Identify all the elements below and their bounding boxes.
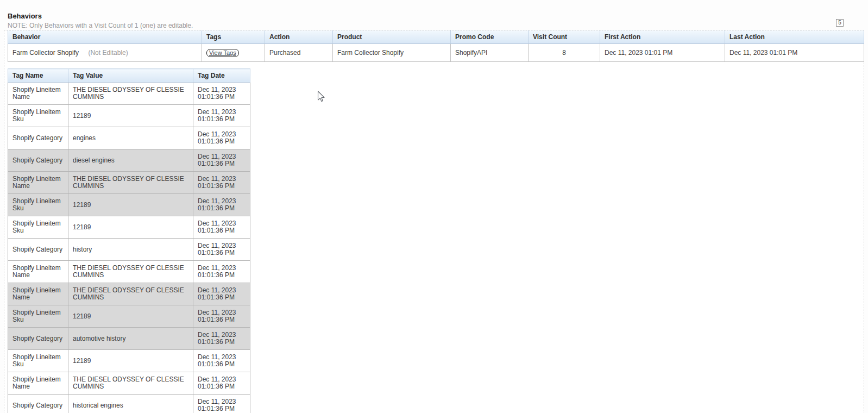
tags-cell: View Tags	[202, 44, 265, 62]
tag-date-cell: Dec 11, 2023 01:01:36 PM	[193, 149, 250, 172]
tag-row: Shopify Lineitem Name THE DIESEL ODYSSEY…	[8, 83, 250, 105]
tag-date-cell: Dec 11, 2023 01:01:36 PM	[193, 328, 250, 350]
tag-date-cell: Dec 11, 2023 01:01:36 PM	[193, 305, 250, 328]
tags-table: Tag Name Tag Value Tag Date Shopify Line…	[8, 68, 250, 413]
tag-name-cell: Shopify Category	[8, 127, 68, 149]
visit-count-cell: 8	[529, 44, 600, 62]
tag-date-cell: Dec 11, 2023 01:01:36 PM	[193, 127, 250, 149]
product-cell: Farm Collector Shopify	[333, 44, 451, 62]
tag-row: Shopify Lineitem Name THE DIESEL ODYSSEY…	[8, 172, 250, 194]
behavior-row: Farm Collector Shopify (Not Editable) Vi…	[8, 44, 864, 62]
tag-row: Shopify Category history Dec 11, 2023 01…	[8, 239, 250, 261]
tag-value-cell: history	[68, 239, 193, 261]
tag-date-cell: Dec 11, 2023 01:01:36 PM	[193, 283, 250, 305]
tag-date-cell: Dec 11, 2023 01:01:36 PM	[193, 172, 250, 194]
tag-name-cell: Shopify Lineitem Name	[8, 283, 68, 305]
tag-value-cell: historical engines	[68, 395, 193, 413]
tag-value-cell: engines	[68, 127, 193, 149]
tag-date-cell: Dec 11, 2023 01:01:36 PM	[193, 350, 250, 372]
tags-header-row: Tag Name Tag Value Tag Date	[8, 69, 250, 83]
tag-value-cell: 12189	[68, 350, 193, 372]
behaviors-table: Behavior Tags Action Product Promo Code …	[8, 30, 864, 62]
tag-value-cell: THE DIESEL ODYSSEY OF CLESSIE CUMMINS	[68, 372, 193, 395]
tag-date-cell: Dec 11, 2023 01:01:36 PM	[193, 261, 250, 283]
page-header: Behaviors NOTE: Only Behaviors with a Vi…	[0, 0, 868, 29]
tag-name-cell: Shopify Lineitem Sku	[8, 105, 68, 127]
tag-name-cell: Shopify Category	[8, 395, 68, 413]
tag-row: Shopify Lineitem Sku 12189 Dec 11, 2023 …	[8, 105, 250, 127]
tag-row: Shopify Category engines Dec 11, 2023 01…	[8, 127, 250, 149]
last-action-cell: Dec 11, 2023 01:01 PM	[725, 44, 864, 62]
tag-row: Shopify Lineitem Sku 12189 Dec 11, 2023 …	[8, 194, 250, 216]
column-header-tag-name: Tag Name	[8, 69, 68, 83]
tag-value-cell: automotive history	[68, 328, 193, 350]
tag-name-cell: Shopify Lineitem Name	[8, 372, 68, 395]
behaviors-header-row: Behavior Tags Action Product Promo Code …	[8, 30, 864, 44]
column-header-behavior: Behavior	[8, 30, 202, 44]
tag-value-cell: THE DIESEL ODYSSEY OF CLESSIE CUMMINS	[68, 283, 193, 305]
column-header-product: Product	[333, 30, 451, 44]
tag-row: Shopify Category automotive history Dec …	[8, 328, 250, 350]
column-header-visit-count: Visit Count	[529, 30, 600, 44]
tag-row: Shopify Category historical engines Dec …	[8, 395, 250, 413]
tag-name-cell: Shopify Lineitem Name	[8, 261, 68, 283]
count-badge: 5	[836, 19, 844, 27]
view-tags-link[interactable]: View Tags	[206, 49, 239, 57]
tag-name-cell: Shopify Category	[8, 149, 68, 172]
tag-name-cell: Shopify Lineitem Sku	[8, 194, 68, 216]
tag-date-cell: Dec 11, 2023 01:01:36 PM	[193, 372, 250, 395]
column-header-promo-code: Promo Code	[451, 30, 529, 44]
behaviors-panel: Behavior Tags Action Product Promo Code …	[4, 30, 864, 413]
column-header-tag-value: Tag Value	[68, 69, 193, 83]
tag-value-cell: 12189	[68, 194, 193, 216]
tag-name-cell: Shopify Lineitem Name	[8, 83, 68, 105]
action-cell: Purchased	[265, 44, 333, 62]
column-header-last-action: Last Action	[725, 30, 864, 44]
tag-date-cell: Dec 11, 2023 01:01:36 PM	[193, 216, 250, 239]
behaviors-page: { "page": { "title": "Behaviors", "note"…	[0, 0, 868, 413]
tag-name-cell: Shopify Category	[8, 328, 68, 350]
not-editable-label: (Not Editable)	[88, 49, 128, 57]
page-title: Behaviors	[8, 12, 868, 20]
tag-row: Shopify Category diesel engines Dec 11, …	[8, 149, 250, 172]
tag-name-cell: Shopify Lineitem Sku	[8, 350, 68, 372]
column-header-tags: Tags	[202, 30, 265, 44]
tag-name-cell: Shopify Lineitem Name	[8, 172, 68, 194]
tag-table-body: Shopify Lineitem Name THE DIESEL ODYSSEY…	[8, 83, 250, 413]
tag-name-cell: Shopify Category	[8, 239, 68, 261]
tag-row: Shopify Lineitem Sku 12189 Dec 11, 2023 …	[8, 216, 250, 239]
tag-row: Shopify Lineitem Name THE DIESEL ODYSSEY…	[8, 372, 250, 395]
tag-row: Shopify Lineitem Name THE DIESEL ODYSSEY…	[8, 283, 250, 305]
tag-value-cell: 12189	[68, 305, 193, 328]
tag-value-cell: THE DIESEL ODYSSEY OF CLESSIE CUMMINS	[68, 83, 193, 105]
tag-value-cell: THE DIESEL ODYSSEY OF CLESSIE CUMMINS	[68, 261, 193, 283]
tag-date-cell: Dec 11, 2023 01:01:36 PM	[193, 194, 250, 216]
tag-date-cell: Dec 11, 2023 01:01:36 PM	[193, 83, 250, 105]
tag-date-cell: Dec 11, 2023 01:01:36 PM	[193, 395, 250, 413]
tag-date-cell: Dec 11, 2023 01:01:36 PM	[193, 239, 250, 261]
tag-row: Shopify Lineitem Sku 12189 Dec 11, 2023 …	[8, 305, 250, 328]
behavior-name-cell: Farm Collector Shopify (Not Editable)	[8, 44, 202, 62]
tag-value-cell: 12189	[68, 105, 193, 127]
page-note: NOTE: Only Behaviors with a Visit Count …	[8, 22, 868, 29]
column-header-action: Action	[265, 30, 333, 44]
first-action-cell: Dec 11, 2023 01:01 PM	[600, 44, 725, 62]
tag-name-cell: Shopify Lineitem Sku	[8, 216, 68, 239]
tag-value-cell: THE DIESEL ODYSSEY OF CLESSIE CUMMINS	[68, 172, 193, 194]
column-header-tag-date: Tag Date	[193, 69, 250, 83]
tag-row: Shopify Lineitem Name THE DIESEL ODYSSEY…	[8, 261, 250, 283]
column-header-first-action: First Action	[600, 30, 725, 44]
promo-code-cell: ShopifyAPI	[451, 44, 529, 62]
behavior-name: Farm Collector Shopify	[12, 49, 79, 57]
tag-date-cell: Dec 11, 2023 01:01:36 PM	[193, 105, 250, 127]
tag-value-cell: 12189	[68, 216, 193, 239]
tag-value-cell: diesel engines	[68, 149, 193, 172]
tag-row: Shopify Lineitem Sku 12189 Dec 11, 2023 …	[8, 350, 250, 372]
tag-name-cell: Shopify Lineitem Sku	[8, 305, 68, 328]
